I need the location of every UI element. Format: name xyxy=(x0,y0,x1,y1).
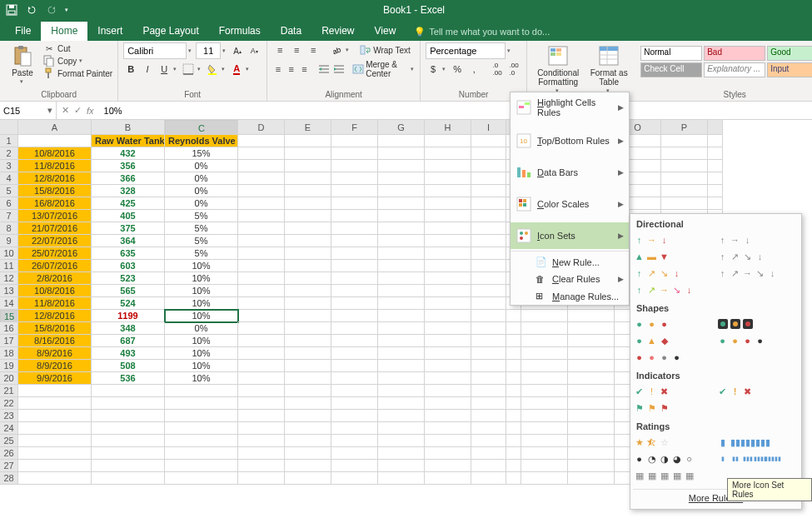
cell[interactable] xyxy=(378,235,425,247)
cell[interactable] xyxy=(331,197,378,210)
cell[interactable] xyxy=(285,385,331,397)
cell[interactable] xyxy=(285,422,331,435)
cell[interactable] xyxy=(331,260,378,272)
row-header[interactable]: 4 xyxy=(0,172,18,185)
style-cell-explanatory-[interactable]: Explanatory ... xyxy=(704,62,765,77)
cell[interactable] xyxy=(331,160,378,172)
cell[interactable]: 5% xyxy=(165,210,238,222)
cell[interactable]: 11/8/2016 xyxy=(18,160,92,172)
cell[interactable] xyxy=(238,397,285,410)
cell[interactable] xyxy=(521,310,568,322)
row-header[interactable]: 26 xyxy=(0,447,18,460)
merge-center-button[interactable]: Merge & Center xyxy=(366,60,409,78)
comma-button[interactable]: , xyxy=(466,62,481,77)
row-header[interactable]: 7 xyxy=(0,210,18,222)
cell[interactable] xyxy=(568,385,615,397)
cell[interactable] xyxy=(238,260,285,272)
col-header-D[interactable]: D xyxy=(238,120,285,135)
paste-button[interactable]: Paste▾ xyxy=(5,42,40,85)
cell[interactable] xyxy=(285,160,331,172)
col-header-F[interactable]: F xyxy=(331,120,378,135)
col-header-A[interactable]: A xyxy=(18,120,92,135)
cell[interactable] xyxy=(425,372,471,385)
undo-icon[interactable] xyxy=(25,3,38,17)
cell[interactable] xyxy=(331,472,378,485)
align-middle-icon[interactable]: ≡ xyxy=(289,42,304,57)
cell[interactable] xyxy=(425,197,471,210)
cell[interactable]: 10% xyxy=(165,335,238,347)
fx-icon[interactable]: fx xyxy=(87,106,94,116)
save-icon[interactable] xyxy=(5,3,18,17)
col-header-P[interactable]: P xyxy=(661,120,708,135)
cell[interactable] xyxy=(331,397,378,410)
cell[interactable] xyxy=(521,335,568,347)
cell[interactable] xyxy=(285,360,331,372)
cell[interactable] xyxy=(238,372,285,385)
cell[interactable]: 635 xyxy=(92,247,165,260)
cell[interactable] xyxy=(425,447,471,460)
row-header[interactable]: 23 xyxy=(0,410,18,422)
cell[interactable]: 9/9/2016 xyxy=(18,372,92,385)
cell[interactable] xyxy=(331,422,378,435)
row-header[interactable]: 28 xyxy=(0,472,18,485)
cell[interactable]: 15/8/2016 xyxy=(18,322,92,335)
cell[interactable] xyxy=(285,372,331,385)
chevron-down-icon[interactable]: ▾ xyxy=(45,105,55,116)
cell[interactable] xyxy=(568,360,615,372)
cell[interactable] xyxy=(238,247,285,260)
cell[interactable] xyxy=(331,335,378,347)
tab-home[interactable]: Home xyxy=(41,22,87,41)
row-header[interactable]: 9 xyxy=(0,235,18,247)
cell[interactable] xyxy=(708,147,723,160)
cell[interactable] xyxy=(521,397,568,410)
cell[interactable] xyxy=(378,147,425,160)
row-header[interactable]: 18 xyxy=(0,347,18,360)
font-name-input[interactable] xyxy=(123,42,187,59)
cell[interactable] xyxy=(425,160,471,172)
cell[interactable]: 0% xyxy=(165,322,238,335)
cell[interactable] xyxy=(471,310,506,322)
cell[interactable] xyxy=(238,185,285,197)
cell[interactable] xyxy=(238,435,285,447)
cell[interactable] xyxy=(471,172,506,185)
cell[interactable] xyxy=(521,360,568,372)
cell[interactable]: 8/9/2016 xyxy=(18,347,92,360)
cell[interactable] xyxy=(708,185,723,197)
align-center-icon[interactable]: ≡ xyxy=(286,62,297,77)
cell[interactable] xyxy=(378,272,425,285)
cf-sub-manage-rules-[interactable]: ⊞Manage Rules... xyxy=(511,287,629,305)
cell[interactable] xyxy=(378,172,425,185)
cell[interactable] xyxy=(378,310,425,322)
cell[interactable] xyxy=(331,360,378,372)
cell[interactable] xyxy=(521,460,568,472)
cell[interactable] xyxy=(238,197,285,210)
tab-view[interactable]: View xyxy=(365,22,406,41)
cell[interactable] xyxy=(521,422,568,435)
cell[interactable] xyxy=(378,322,425,335)
tab-review[interactable]: Review xyxy=(311,22,364,41)
cell[interactable] xyxy=(238,385,285,397)
cell[interactable]: 10% xyxy=(165,285,238,297)
cell[interactable] xyxy=(506,310,521,322)
cell[interactable]: 375 xyxy=(92,222,165,235)
cell[interactable] xyxy=(471,422,506,435)
cell[interactable] xyxy=(165,447,238,460)
number-format-input[interactable] xyxy=(426,42,506,59)
cell[interactable] xyxy=(568,447,615,460)
cell[interactable] xyxy=(18,397,92,410)
iconset-4-ratings[interactable]: ▮▮▮▮▮▮▮▮▮▮ xyxy=(716,435,795,450)
row-header[interactable]: 22 xyxy=(0,397,18,410)
cell[interactable] xyxy=(238,147,285,160)
cell[interactable] xyxy=(471,385,506,397)
cell[interactable] xyxy=(238,447,285,460)
cell[interactable] xyxy=(521,322,568,335)
iconset-3-triangles[interactable]: ▲▬▼ xyxy=(633,249,711,264)
font-color-button[interactable]: A xyxy=(229,62,244,77)
cell[interactable] xyxy=(18,460,92,472)
cell[interactable] xyxy=(18,472,92,485)
row-header[interactable]: 16 xyxy=(0,322,18,335)
cell[interactable]: 26/07/2016 xyxy=(18,260,92,272)
cell[interactable] xyxy=(471,372,506,385)
cell[interactable]: 11/8/2016 xyxy=(18,297,92,310)
cell[interactable]: 10/8/2016 xyxy=(18,147,92,160)
